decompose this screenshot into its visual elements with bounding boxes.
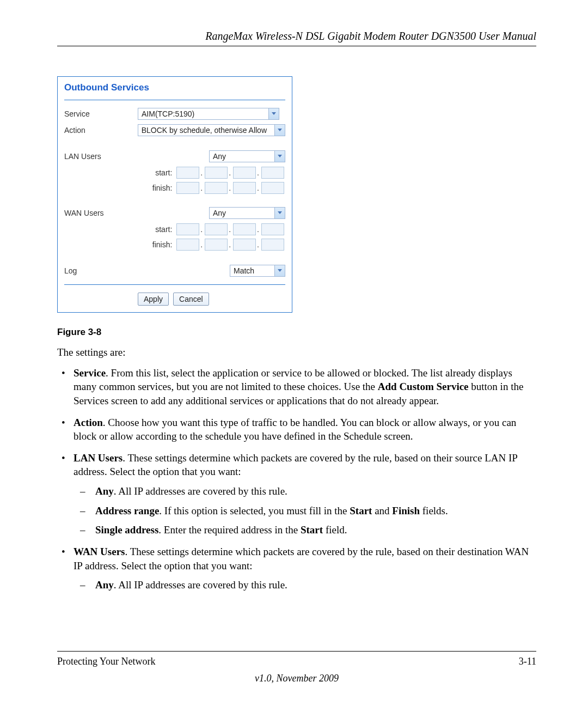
apply-button[interactable]: Apply bbox=[138, 293, 169, 306]
text: . Choose how you want this type of traff… bbox=[74, 417, 516, 442]
lan-start-oct2[interactable] bbox=[205, 167, 228, 179]
chevron-down-icon bbox=[274, 151, 285, 162]
text: . All IP addresses are covered by this r… bbox=[114, 579, 287, 591]
bold-text: Service bbox=[74, 367, 106, 379]
footer-version: v1.0, November 2009 bbox=[57, 673, 536, 684]
panel-title: Outbound Services bbox=[64, 82, 285, 100]
list-item: Address range. If this option is selecte… bbox=[95, 504, 536, 518]
outbound-services-panel: Outbound Services Service AIM(TCP:5190) … bbox=[57, 76, 292, 313]
chevron-down-icon bbox=[274, 125, 285, 136]
text: field. bbox=[323, 524, 347, 535]
text: and bbox=[372, 505, 392, 516]
wan-users-label: WAN Users bbox=[64, 209, 138, 217]
log-select[interactable]: Match bbox=[230, 265, 285, 277]
wan-users-select-value: Any bbox=[213, 209, 226, 217]
lan-finish-oct2[interactable] bbox=[205, 182, 228, 194]
wan-start-oct2[interactable] bbox=[205, 223, 228, 235]
bold-text: Action bbox=[74, 417, 103, 428]
service-select[interactable]: AIM(TCP:5190) bbox=[138, 108, 279, 120]
footer-rule bbox=[57, 651, 536, 652]
footer-section: Protecting Your Network bbox=[57, 656, 156, 667]
wan-finish-label: finish: bbox=[148, 240, 172, 249]
action-label: Action bbox=[64, 126, 138, 135]
list-item: Any. All IP addresses are covered by thi… bbox=[95, 484, 536, 498]
bold-text: Add Custom Service bbox=[378, 381, 469, 392]
lan-start-oct3[interactable] bbox=[233, 167, 256, 179]
text: . All IP addresses are covered by this r… bbox=[114, 485, 287, 497]
list-item: Service. From this list, select the appl… bbox=[74, 366, 536, 408]
wan-finish-oct3[interactable] bbox=[233, 239, 256, 251]
lan-finish-oct1[interactable] bbox=[176, 182, 199, 194]
service-label: Service bbox=[64, 109, 138, 118]
chevron-down-icon bbox=[268, 108, 279, 119]
lan-finish-oct3[interactable] bbox=[233, 182, 256, 194]
wan-start-oct4[interactable] bbox=[261, 223, 284, 235]
intro-text: The settings are: bbox=[57, 345, 536, 360]
list-item: Any. All IP addresses are covered by thi… bbox=[95, 578, 536, 592]
list-item: Single address. Enter the required addre… bbox=[95, 523, 536, 537]
lan-finish-oct4[interactable] bbox=[261, 182, 284, 194]
panel-separator bbox=[64, 100, 285, 100]
chevron-down-icon bbox=[274, 265, 285, 276]
settings-list: Service. From this list, select the appl… bbox=[57, 366, 536, 592]
wan-users-select[interactable]: Any bbox=[209, 207, 285, 219]
bold-text: Start bbox=[350, 505, 372, 516]
chevron-down-icon bbox=[274, 208, 285, 218]
bold-text: Single address bbox=[95, 524, 158, 535]
list-item: LAN Users. These settings determine whic… bbox=[74, 451, 536, 537]
action-select-value: BLOCK by schedule, otherwise Allow bbox=[142, 126, 267, 135]
header-rule bbox=[57, 46, 536, 46]
wan-start-oct3[interactable] bbox=[233, 223, 256, 235]
footer-page: 3-11 bbox=[519, 656, 536, 667]
wan-finish-oct1[interactable] bbox=[176, 239, 199, 251]
action-select[interactable]: BLOCK by schedule, otherwise Allow bbox=[138, 124, 285, 136]
lan-start-label: start: bbox=[148, 168, 172, 177]
list-item: WAN Users. These settings determine whic… bbox=[74, 545, 536, 592]
wan-start-oct1[interactable] bbox=[176, 223, 199, 235]
bold-text: LAN Users bbox=[74, 452, 122, 464]
cancel-button[interactable]: Cancel bbox=[173, 293, 209, 306]
bold-text: Any bbox=[95, 579, 114, 591]
lan-finish-label: finish: bbox=[148, 184, 172, 192]
text: . These settings determine which packets… bbox=[74, 452, 517, 478]
figure-caption: Figure 3-8 bbox=[57, 327, 536, 338]
wan-finish-oct2[interactable] bbox=[205, 239, 228, 251]
doc-header-title: RangeMax Wireless-N DSL Gigabit Modem Ro… bbox=[57, 30, 536, 42]
wan-start-label: start: bbox=[148, 225, 172, 234]
page-footer: Protecting Your Network 3-11 v1.0, Novem… bbox=[57, 651, 536, 684]
text: fields. bbox=[420, 505, 448, 516]
list-item: Action. Choose how you want this type of… bbox=[74, 416, 536, 443]
text: . If this option is selected, you must f… bbox=[159, 505, 350, 516]
log-select-value: Match bbox=[234, 266, 254, 275]
bold-text: WAN Users bbox=[74, 546, 125, 557]
bold-text: Address range bbox=[95, 505, 159, 516]
panel-separator bbox=[64, 284, 285, 285]
text: . Enter the required address in the bbox=[158, 524, 301, 535]
text: . These settings determine which packets… bbox=[74, 546, 529, 571]
wan-finish-oct4[interactable] bbox=[261, 239, 284, 251]
lan-users-label: LAN Users bbox=[64, 152, 138, 161]
lan-users-select[interactable]: Any bbox=[209, 150, 285, 162]
bold-text: Any bbox=[95, 485, 114, 497]
log-label: Log bbox=[64, 266, 138, 275]
lan-start-oct1[interactable] bbox=[176, 167, 199, 179]
lan-users-select-value: Any bbox=[213, 152, 226, 161]
bold-text: Finish bbox=[392, 505, 420, 516]
service-select-value: AIM(TCP:5190) bbox=[142, 109, 194, 118]
bold-text: Start bbox=[301, 524, 323, 535]
lan-start-oct4[interactable] bbox=[261, 167, 284, 179]
